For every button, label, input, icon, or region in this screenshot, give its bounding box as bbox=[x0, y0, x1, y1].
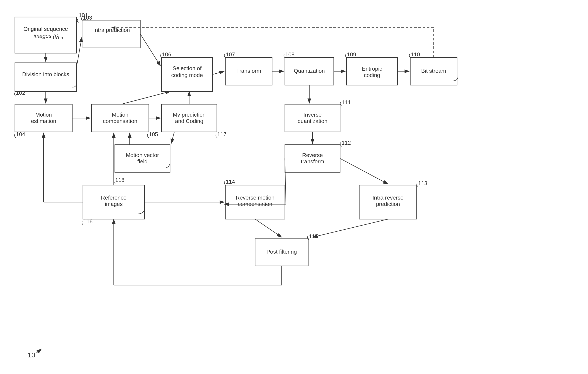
svg-text:Reverse: Reverse bbox=[302, 152, 323, 158]
svg-line-100 bbox=[36, 349, 42, 353]
svg-text:prediction: prediction bbox=[376, 201, 400, 207]
svg-text:field: field bbox=[137, 158, 147, 165]
svg-text:Quantization: Quantization bbox=[294, 68, 325, 74]
svg-text:0-n: 0-n bbox=[56, 35, 63, 40]
svg-line-42 bbox=[171, 132, 174, 143]
svg-line-23 bbox=[140, 34, 160, 66]
svg-text:Motion: Motion bbox=[35, 111, 52, 118]
svg-text:Bit stream: Bit stream bbox=[421, 68, 446, 74]
svg-text:transform: transform bbox=[301, 158, 324, 165]
svg-text:Selection of: Selection of bbox=[173, 65, 202, 71]
svg-text:Motion: Motion bbox=[112, 111, 128, 118]
svg-text:quantization: quantization bbox=[298, 118, 327, 124]
svg-text:105: 105 bbox=[149, 131, 158, 137]
svg-text:116: 116 bbox=[83, 218, 93, 225]
svg-text:109: 109 bbox=[347, 51, 356, 58]
svg-text:Reverse motion: Reverse motion bbox=[236, 194, 274, 201]
svg-text:Entropic: Entropic bbox=[362, 66, 382, 72]
svg-text:compensation: compensation bbox=[103, 118, 137, 124]
svg-text:images: images bbox=[105, 201, 123, 207]
diagram-svg: Original sequence images {i} 0-n 101 Div… bbox=[0, 0, 588, 374]
svg-text:112: 112 bbox=[342, 140, 351, 146]
svg-text:Intra reverse: Intra reverse bbox=[372, 194, 403, 201]
svg-text:104: 104 bbox=[16, 131, 25, 137]
svg-text:Transform: Transform bbox=[236, 68, 261, 74]
svg-text:images {i}: images {i} bbox=[34, 33, 58, 39]
diagram-container: Original sequence images {i} 0-n 101 Div… bbox=[0, 0, 588, 374]
svg-line-35 bbox=[340, 158, 388, 184]
svg-text:106: 106 bbox=[162, 51, 171, 58]
svg-text:114: 114 bbox=[226, 178, 235, 185]
svg-text:Reference: Reference bbox=[101, 194, 126, 201]
svg-line-44 bbox=[313, 219, 388, 237]
svg-rect-4 bbox=[83, 20, 140, 48]
svg-line-22 bbox=[76, 37, 82, 67]
svg-text:coding mode: coding mode bbox=[171, 72, 203, 78]
svg-text:113: 113 bbox=[418, 180, 427, 186]
svg-line-43 bbox=[255, 219, 282, 237]
svg-text:Post filtering: Post filtering bbox=[266, 249, 297, 255]
svg-text:107: 107 bbox=[226, 51, 235, 58]
svg-text:estimation: estimation bbox=[31, 118, 56, 124]
svg-text:coding: coding bbox=[364, 72, 380, 78]
svg-text:compensation: compensation bbox=[238, 201, 272, 207]
svg-text:117: 117 bbox=[217, 131, 226, 137]
svg-text:Mv prediction: Mv prediction bbox=[173, 111, 206, 118]
svg-line-25 bbox=[121, 91, 170, 104]
svg-text:Motion vector: Motion vector bbox=[126, 152, 159, 158]
svg-text:115: 115 bbox=[309, 233, 318, 240]
svg-text:108: 108 bbox=[285, 51, 294, 58]
svg-text:and Coding: and Coding bbox=[175, 118, 203, 124]
svg-line-27 bbox=[213, 71, 224, 75]
svg-text:102: 102 bbox=[16, 89, 25, 96]
svg-text:118: 118 bbox=[115, 177, 124, 183]
svg-text:10: 10 bbox=[28, 351, 35, 359]
svg-text:Intra prediction: Intra prediction bbox=[93, 27, 130, 33]
svg-text:110: 110 bbox=[411, 51, 420, 58]
svg-text:111: 111 bbox=[342, 99, 351, 106]
svg-text:Division into blocks: Division into blocks bbox=[22, 71, 69, 77]
svg-text:103: 103 bbox=[83, 14, 92, 21]
svg-text:Original sequence: Original sequence bbox=[23, 26, 68, 32]
svg-text:Inverse: Inverse bbox=[303, 111, 321, 118]
